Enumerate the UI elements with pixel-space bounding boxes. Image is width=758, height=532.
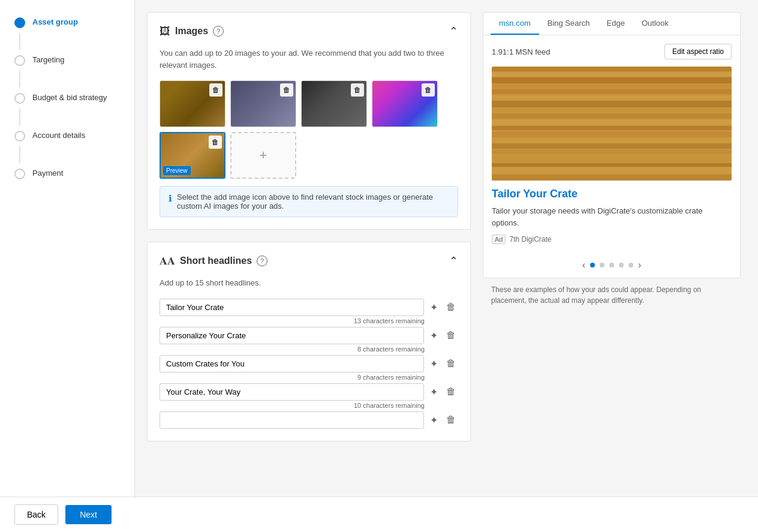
svg-rect-11 bbox=[492, 126, 732, 130]
images-icon: 🖼 bbox=[160, 25, 170, 38]
headlines-collapse-button[interactable]: ⌃ bbox=[449, 254, 458, 267]
svg-rect-19 bbox=[492, 175, 732, 181]
headline-input-1[interactable] bbox=[160, 299, 424, 316]
carousel-dot-3[interactable] bbox=[609, 263, 614, 267]
images-title-row: 🖼 Images ? bbox=[160, 25, 224, 38]
carousel-dot-2[interactable] bbox=[600, 263, 604, 267]
tab-outlook[interactable]: Outlook bbox=[633, 13, 677, 35]
step-connector bbox=[19, 146, 20, 163]
svg-rect-5 bbox=[492, 89, 732, 94]
tab-edge[interactable]: Edge bbox=[598, 13, 633, 35]
ad-preview-image bbox=[492, 67, 732, 181]
carousel-prev-button[interactable]: ‹ bbox=[582, 260, 585, 270]
ai-suggest-2-button[interactable]: ✦ bbox=[428, 327, 440, 344]
sidebar-item-targeting[interactable]: Targeting bbox=[0, 50, 134, 71]
svg-rect-13 bbox=[492, 139, 732, 142]
sidebar-item-payment[interactable]: Payment bbox=[0, 163, 134, 184]
svg-rect-1 bbox=[492, 67, 732, 71]
headline-item-5: ✦ 🗑 bbox=[160, 411, 458, 429]
delete-headline-3-button[interactable]: 🗑 bbox=[444, 356, 458, 371]
svg-rect-4 bbox=[492, 85, 732, 88]
images-help-icon[interactable]: ? bbox=[213, 26, 224, 37]
images-title: Images bbox=[175, 26, 208, 37]
headline-input-2[interactable] bbox=[160, 327, 424, 344]
svg-rect-10 bbox=[492, 120, 732, 125]
headline-input-3[interactable] bbox=[160, 355, 424, 372]
delete-image-5-button[interactable]: 🗑 bbox=[209, 136, 222, 149]
headline-list: ✦ 🗑 13 characters remaining ✦ 🗑 8 charac… bbox=[160, 299, 458, 429]
images-info-banner: ℹ Select the add image icon above to fin… bbox=[160, 186, 458, 217]
delete-headline-5-button[interactable]: 🗑 bbox=[444, 412, 458, 428]
right-panel: msn.com Bing Search Edge Outlook 1.91:1 … bbox=[483, 12, 741, 485]
delete-image-4-button[interactable]: 🗑 bbox=[422, 83, 435, 97]
headline-input-5[interactable] bbox=[160, 411, 424, 429]
ad-footer: Ad 7th DigiCrate bbox=[492, 235, 732, 244]
ai-suggest-3-button[interactable]: ✦ bbox=[428, 356, 440, 372]
delete-image-1-button[interactable]: 🗑 bbox=[209, 83, 222, 97]
sidebar: Asset group Targeting Budget & bid strat… bbox=[0, 0, 135, 497]
preview-tabs: msn.com Bing Search Edge Outlook bbox=[483, 13, 740, 35]
left-panel: 🖼 Images ? ⌃ You can add up to 20 images… bbox=[147, 12, 471, 485]
delete-image-2-button[interactable]: 🗑 bbox=[280, 83, 293, 97]
delete-headline-4-button[interactable]: 🗑 bbox=[444, 384, 458, 399]
carousel-next-button[interactable]: › bbox=[638, 260, 641, 270]
carousel-dot-1[interactable] bbox=[590, 263, 595, 267]
ai-suggest-1-button[interactable]: ✦ bbox=[428, 299, 440, 315]
sidebar-label-account: Account details bbox=[32, 130, 85, 141]
headline-input-row-2: ✦ 🗑 bbox=[160, 327, 458, 344]
svg-rect-8 bbox=[492, 109, 732, 112]
svg-rect-12 bbox=[492, 131, 732, 137]
headlines-icon: 𝐀𝐀 bbox=[160, 255, 175, 267]
sidebar-item-asset-group[interactable]: Asset group bbox=[0, 12, 134, 33]
headlines-title: Short headlines bbox=[180, 256, 252, 266]
delete-headline-1-button[interactable]: 🗑 bbox=[444, 299, 458, 315]
tab-msn[interactable]: msn.com bbox=[491, 13, 539, 35]
svg-rect-6 bbox=[492, 95, 732, 100]
content-area: 🖼 Images ? ⌃ You can add up to 20 images… bbox=[135, 0, 758, 497]
carousel-dot-4[interactable] bbox=[619, 263, 624, 267]
ai-suggest-4-button[interactable]: ✦ bbox=[428, 384, 440, 400]
image-thumb-2: 🗑 bbox=[230, 80, 296, 127]
sidebar-item-account[interactable]: Account details bbox=[0, 125, 134, 146]
ai-suggest-5-button[interactable]: ✦ bbox=[428, 412, 440, 428]
ad-advertiser: 7th DigiCrate bbox=[509, 235, 551, 244]
images-info-text: Select the add image icon above to find … bbox=[177, 193, 449, 211]
image-thumb-4: 🗑 bbox=[372, 80, 438, 127]
char-remaining-4: 10 characters remaining bbox=[160, 402, 458, 409]
ad-badge: Ad bbox=[492, 235, 506, 244]
step-connector bbox=[19, 71, 20, 88]
headlines-help-icon[interactable]: ? bbox=[257, 256, 267, 266]
next-button[interactable]: Next bbox=[65, 505, 112, 524]
headline-item-3: ✦ 🗑 9 characters remaining bbox=[160, 355, 458, 381]
tab-bing-search[interactable]: Bing Search bbox=[539, 13, 598, 35]
ad-title: Tailor Your Crate bbox=[492, 188, 732, 200]
preview-content: 1.91:1 MSN feed Edit aspect ratio bbox=[483, 35, 740, 253]
headlines-section-header: 𝐀𝐀 Short headlines ? ⌃ bbox=[160, 254, 458, 267]
preview-card: msn.com Bing Search Edge Outlook 1.91:1 … bbox=[483, 12, 741, 278]
sidebar-label-payment: Payment bbox=[32, 168, 63, 179]
aspect-label: 1.91:1 MSN feed bbox=[492, 47, 551, 56]
sidebar-item-budget[interactable]: Budget & bid strategy bbox=[0, 88, 134, 109]
headline-item-1: ✦ 🗑 13 characters remaining bbox=[160, 299, 458, 324]
step-indicator-account bbox=[14, 131, 25, 142]
delete-image-3-button[interactable]: 🗑 bbox=[351, 83, 364, 97]
step-indicator-targeting bbox=[14, 55, 25, 66]
carousel-dot-5[interactable] bbox=[628, 263, 633, 267]
svg-rect-17 bbox=[492, 163, 732, 167]
back-button[interactable]: Back bbox=[14, 504, 58, 525]
delete-headline-2-button[interactable]: 🗑 bbox=[444, 327, 458, 343]
add-image-button[interactable]: + bbox=[230, 132, 296, 179]
image-grid: 🗑 🗑 🗑 🗑 bbox=[160, 80, 458, 179]
step-indicator-asset-group bbox=[14, 17, 25, 28]
headlines-title-row: 𝐀𝐀 Short headlines ? bbox=[160, 255, 267, 267]
headline-item-2: ✦ 🗑 8 characters remaining bbox=[160, 327, 458, 353]
image-thumb-3: 🗑 bbox=[301, 80, 367, 127]
headline-input-row-3: ✦ 🗑 bbox=[160, 355, 458, 372]
svg-rect-16 bbox=[492, 155, 732, 162]
edit-aspect-ratio-button[interactable]: Edit aspect ratio bbox=[664, 44, 732, 59]
headline-input-4[interactable] bbox=[160, 383, 424, 401]
svg-rect-2 bbox=[492, 73, 732, 76]
step-indicator-payment bbox=[14, 169, 25, 179]
step-connector bbox=[19, 109, 20, 125]
images-collapse-button[interactable]: ⌃ bbox=[449, 25, 458, 38]
